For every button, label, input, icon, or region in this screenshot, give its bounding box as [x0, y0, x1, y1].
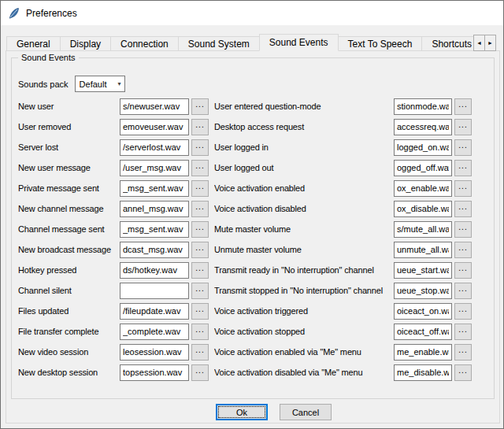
sound-file-input[interactable]: [394, 242, 452, 258]
sound-file-input[interactable]: [394, 180, 452, 197]
browse-button[interactable]: ...: [191, 242, 209, 258]
chevron-down-icon: ▾: [118, 80, 121, 87]
browse-button[interactable]: ...: [191, 364, 209, 381]
sound-event-label: User logged out: [214, 163, 394, 172]
sound-file-input[interactable]: [120, 180, 189, 197]
browse-button[interactable]: ...: [191, 160, 209, 176]
sound-event-row: New user ...: [18, 96, 209, 116]
sound-file-input[interactable]: [120, 303, 189, 320]
sound-file-input[interactable]: [120, 262, 189, 279]
sound-event-label: User logged in: [214, 142, 394, 152]
sound-event-row: User logged in ...: [214, 137, 472, 157]
browse-button[interactable]: ...: [454, 180, 472, 197]
sound-event-row: Channel message sent ...: [18, 219, 209, 239]
tab-connection[interactable]: Connection: [110, 36, 179, 51]
browse-button[interactable]: ...: [191, 283, 209, 299]
sound-file-input[interactable]: [394, 262, 452, 279]
browse-button[interactable]: ...: [454, 324, 472, 340]
browse-button[interactable]: ...: [454, 119, 472, 135]
sound-file-input[interactable]: [394, 221, 452, 238]
tab-scroll-buttons: ◄ ►: [474, 35, 496, 51]
sound-file-input[interactable]: [120, 364, 189, 381]
browse-button[interactable]: ...: [191, 98, 209, 115]
sound-event-label: Private message sent: [18, 183, 120, 193]
browse-button[interactable]: ...: [454, 160, 472, 176]
sound-file-input[interactable]: [394, 324, 452, 340]
sound-file-input[interactable]: [394, 344, 452, 361]
sound-event-row: User removed ...: [18, 116, 209, 137]
browse-button[interactable]: ...: [454, 303, 472, 320]
sound-file-input[interactable]: [394, 139, 452, 156]
sound-file-input[interactable]: [394, 303, 452, 320]
tab-text-to-speech[interactable]: Text To Speech: [338, 36, 423, 51]
sound-event-row: Voice activation disabled via "Me" menu …: [214, 362, 472, 383]
window-title: Preferences: [26, 8, 77, 19]
tab-scroll-right-icon[interactable]: ►: [484, 35, 496, 51]
browse-button[interactable]: ...: [191, 119, 209, 135]
app-icon: [8, 7, 20, 20]
tab-scroll-left-icon[interactable]: ◄: [473, 35, 485, 51]
sound-event-row: User logged out ...: [214, 157, 472, 178]
browse-button[interactable]: ...: [191, 139, 209, 156]
sound-file-input[interactable]: [394, 201, 452, 217]
sound-file-input[interactable]: [120, 119, 189, 135]
browse-button[interactable]: ...: [454, 242, 472, 258]
tab-display[interactable]: Display: [60, 36, 111, 51]
browse-button[interactable]: ...: [454, 139, 472, 156]
tab-sound-system[interactable]: Sound System: [178, 36, 260, 51]
browse-button[interactable]: ...: [191, 344, 209, 361]
sound-file-input[interactable]: [394, 283, 452, 299]
sound-event-label: Transmit stopped in "No interruption" ch…: [214, 286, 394, 295]
browse-button[interactable]: ...: [191, 180, 209, 197]
browse-button[interactable]: ...: [191, 303, 209, 320]
sound-file-input[interactable]: [120, 283, 189, 299]
sound-file-input[interactable]: [120, 139, 189, 156]
sound-event-label: Voice activation triggered: [214, 306, 394, 316]
sound-event-label: Channel silent: [18, 286, 120, 295]
sound-file-input[interactable]: [120, 221, 189, 238]
browse-button[interactable]: ...: [454, 221, 472, 238]
sound-event-row: Mute master volume ...: [214, 219, 472, 239]
sound-event-row: Voice activation triggered ...: [214, 301, 472, 321]
ok-button[interactable]: Ok: [216, 404, 268, 420]
sound-file-input[interactable]: [120, 98, 189, 115]
sound-event-row: Server lost ...: [18, 137, 209, 157]
sound-event-row: New broadcast message ...: [18, 239, 209, 260]
sounds-pack-dropdown[interactable]: Default ▾: [75, 76, 125, 92]
sound-file-input[interactable]: [120, 324, 189, 340]
sound-file-input[interactable]: [120, 160, 189, 176]
sound-file-input[interactable]: [120, 201, 189, 217]
browse-button[interactable]: ...: [454, 201, 472, 217]
browse-button[interactable]: ...: [454, 98, 472, 115]
sound-file-input[interactable]: [394, 98, 452, 115]
browse-button[interactable]: ...: [191, 221, 209, 238]
sound-event-label: Files updated: [18, 306, 120, 316]
sound-file-input[interactable]: [394, 160, 452, 176]
sound-event-label: Voice activation enabled: [214, 183, 394, 193]
sound-events-column-left: New user ... User removed ... Server los…: [18, 96, 209, 383]
cancel-button[interactable]: Cancel: [280, 404, 332, 420]
sound-file-input[interactable]: [120, 242, 189, 258]
browse-button[interactable]: ...: [191, 324, 209, 340]
groupbox-title: Sound Events: [18, 53, 79, 62]
browse-button[interactable]: ...: [191, 201, 209, 217]
sound-event-row: Voice activation disabled ...: [214, 198, 472, 219]
sound-event-label: Hotkey pressed: [18, 265, 120, 275]
sound-event-label: User entered question-mode: [214, 102, 394, 111]
browse-button[interactable]: ...: [454, 283, 472, 299]
sound-file-input[interactable]: [394, 119, 452, 135]
browse-button[interactable]: ...: [191, 262, 209, 279]
tab-general[interactable]: General: [6, 36, 61, 51]
browse-button[interactable]: ...: [454, 344, 472, 361]
browse-button[interactable]: ...: [454, 364, 472, 381]
sound-file-input[interactable]: [120, 344, 189, 361]
sound-event-label: Voice activation stopped: [214, 327, 394, 336]
preferences-window: Preferences General Display Connection S…: [0, 0, 504, 429]
sound-event-label: User removed: [18, 122, 120, 131]
tab-sound-events[interactable]: Sound Events: [259, 34, 339, 51]
browse-button[interactable]: ...: [454, 262, 472, 279]
sound-file-input[interactable]: [394, 364, 452, 381]
sound-event-row: Desktop access request ...: [214, 116, 472, 137]
sound-event-label: New user: [18, 102, 120, 111]
tab-shortcuts[interactable]: Shortcuts: [421, 36, 473, 51]
